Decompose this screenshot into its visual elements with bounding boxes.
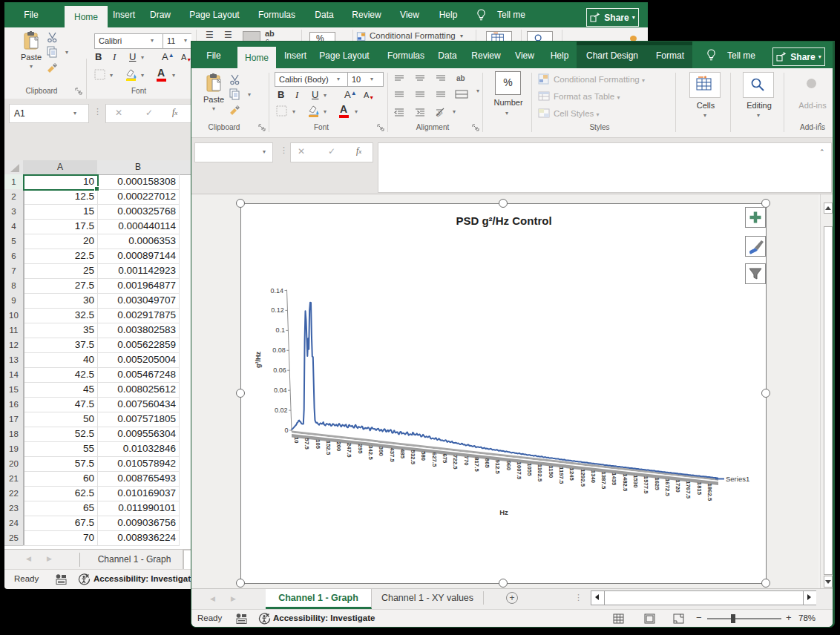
svg-text:1435: 1435 (611, 473, 617, 486)
svg-text:0.06: 0.06 (273, 366, 286, 374)
svg-text:247.5: 247.5 (346, 443, 352, 458)
svg-text:722.5: 722.5 (452, 455, 459, 470)
svg-text:0.04: 0.04 (274, 386, 287, 394)
svg-text:1482.5: 1482.5 (622, 474, 629, 493)
svg-text:817.5: 817.5 (473, 457, 480, 472)
svg-text:770: 770 (463, 456, 470, 467)
svg-text:1672.5: 1672.5 (664, 478, 671, 497)
svg-text:865: 865 (484, 458, 490, 469)
svg-text:342.5: 342.5 (367, 445, 374, 460)
svg-text:105: 105 (315, 439, 321, 450)
svg-text:390: 390 (378, 447, 384, 457)
svg-text:295: 295 (357, 444, 364, 455)
svg-text:10: 10 (293, 437, 300, 444)
svg-text:0.08: 0.08 (272, 346, 286, 354)
svg-text:0.1: 0.1 (275, 326, 285, 334)
svg-text:1387.5: 1387.5 (600, 471, 607, 490)
svg-text:0.12: 0.12 (271, 306, 284, 314)
svg-text:1625: 1625 (654, 477, 660, 490)
svg-text:200: 200 (335, 441, 342, 452)
svg-text:627.5: 627.5 (431, 453, 438, 467)
svg-text:675: 675 (442, 453, 448, 464)
svg-text:580: 580 (420, 451, 427, 461)
svg-text:1767.5: 1767.5 (685, 481, 692, 499)
svg-text:1150: 1150 (548, 465, 554, 478)
svg-text:ab: ab (456, 74, 465, 82)
svg-text:0.02: 0.02 (275, 407, 288, 414)
svg-text:532.5: 532.5 (410, 450, 416, 465)
svg-text:0: 0 (284, 427, 288, 434)
svg-text:1292.5: 1292.5 (580, 469, 586, 487)
svg-text:1340: 1340 (590, 470, 597, 484)
svg-text:960: 960 (505, 461, 512, 471)
svg-text:152.5: 152.5 (325, 441, 332, 455)
svg-text:ab: ab (435, 109, 444, 119)
svg-text:485: 485 (399, 449, 406, 459)
svg-text:0.14: 0.14 (270, 287, 283, 295)
svg-text:1720: 1720 (675, 480, 681, 493)
svg-text:57.5: 57.5 (303, 438, 310, 450)
svg-text:Series1: Series1 (726, 475, 749, 483)
svg-text:1862.5: 1862.5 (706, 483, 713, 501)
svg-text:1577.5: 1577.5 (643, 476, 649, 495)
svg-text:1007.5: 1007.5 (516, 462, 522, 481)
svg-text:g²/Hz: g²/Hz (255, 352, 262, 368)
svg-text:1055: 1055 (526, 463, 533, 476)
svg-text:PSD g²/Hz Control: PSD g²/Hz Control (456, 214, 551, 227)
svg-text:437.5: 437.5 (389, 447, 396, 462)
svg-text:1815: 1815 (696, 482, 703, 496)
svg-text:1245: 1245 (568, 468, 575, 481)
svg-text:1530: 1530 (632, 475, 639, 488)
svg-text:1197.5: 1197.5 (558, 467, 565, 484)
svg-text:1102.5: 1102.5 (537, 464, 543, 482)
svg-text:Hz: Hz (499, 508, 508, 516)
svg-text:912.5: 912.5 (494, 459, 501, 474)
